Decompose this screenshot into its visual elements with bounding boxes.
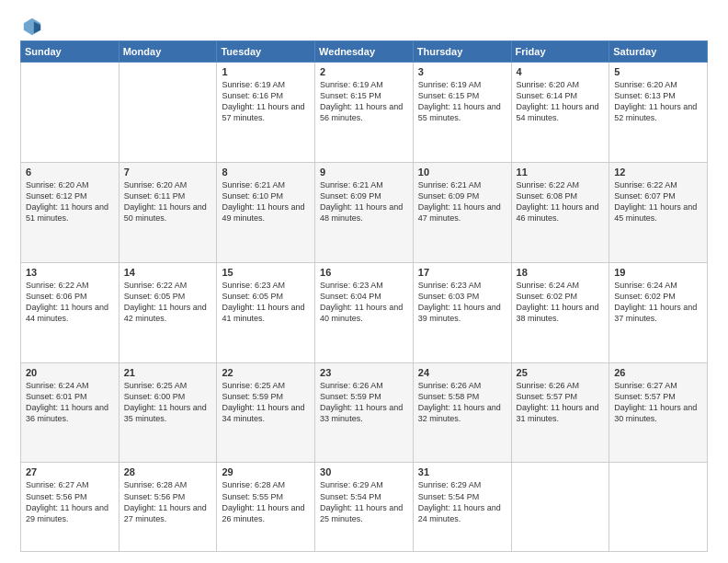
day-number: 28 (124, 466, 212, 477)
day-cell (609, 463, 708, 552)
day-number: 14 (124, 267, 212, 278)
day-info: Sunrise: 6:23 AM Sunset: 6:03 PM Dayligh… (418, 280, 506, 325)
day-number: 20 (26, 367, 114, 378)
day-info: Sunrise: 6:19 AM Sunset: 6:15 PM Dayligh… (320, 79, 408, 124)
day-info: Sunrise: 6:25 AM Sunset: 5:59 PM Dayligh… (222, 380, 310, 425)
day-number: 21 (124, 367, 212, 378)
day-number: 23 (320, 367, 408, 378)
weekday-sunday: Sunday (21, 41, 119, 63)
day-cell: 16Sunrise: 6:23 AM Sunset: 6:04 PM Dayli… (315, 262, 414, 362)
weekday-saturday: Saturday (609, 41, 708, 63)
day-info: Sunrise: 6:22 AM Sunset: 6:08 PM Dayligh… (517, 179, 605, 224)
day-number: 10 (418, 167, 506, 178)
day-cell: 15Sunrise: 6:23 AM Sunset: 6:05 PM Dayli… (217, 262, 315, 362)
day-number: 24 (418, 367, 506, 378)
day-number: 5 (614, 66, 702, 77)
calendar: SundayMondayTuesdayWednesdayThursdayFrid… (20, 40, 708, 552)
day-info: Sunrise: 6:22 AM Sunset: 6:06 PM Dayligh… (26, 280, 114, 325)
page: SundayMondayTuesdayWednesdayThursdayFrid… (0, 0, 728, 563)
day-number: 16 (320, 267, 408, 278)
day-cell: 13Sunrise: 6:22 AM Sunset: 6:06 PM Dayli… (21, 262, 119, 362)
day-number: 25 (517, 367, 605, 378)
weekday-thursday: Thursday (413, 41, 511, 63)
day-cell: 8Sunrise: 6:21 AM Sunset: 6:10 PM Daylig… (217, 162, 315, 262)
week-row-3: 13Sunrise: 6:22 AM Sunset: 6:06 PM Dayli… (21, 262, 708, 362)
day-info: Sunrise: 6:26 AM Sunset: 5:57 PM Dayligh… (517, 380, 605, 425)
day-cell (21, 63, 119, 163)
week-row-4: 20Sunrise: 6:24 AM Sunset: 6:01 PM Dayli… (21, 362, 708, 463)
day-number: 7 (124, 167, 212, 178)
logo (20, 17, 42, 33)
day-cell: 10Sunrise: 6:21 AM Sunset: 6:09 PM Dayli… (413, 162, 511, 262)
weekday-friday: Friday (511, 41, 609, 63)
week-row-5: 27Sunrise: 6:27 AM Sunset: 5:56 PM Dayli… (21, 463, 708, 552)
day-info: Sunrise: 6:26 AM Sunset: 5:59 PM Dayligh… (320, 380, 408, 425)
day-number: 17 (418, 267, 506, 278)
day-cell: 21Sunrise: 6:25 AM Sunset: 6:00 PM Dayli… (119, 362, 217, 463)
day-cell: 26Sunrise: 6:27 AM Sunset: 5:57 PM Dayli… (609, 362, 708, 463)
day-info: Sunrise: 6:29 AM Sunset: 5:54 PM Dayligh… (320, 479, 408, 524)
day-number: 1 (222, 66, 310, 77)
day-info: Sunrise: 6:22 AM Sunset: 6:07 PM Dayligh… (614, 179, 702, 224)
day-number: 30 (320, 466, 408, 477)
day-cell (511, 463, 609, 552)
day-cell: 12Sunrise: 6:22 AM Sunset: 6:07 PM Dayli… (609, 162, 708, 262)
day-info: Sunrise: 6:20 AM Sunset: 6:12 PM Dayligh… (26, 179, 114, 224)
day-info: Sunrise: 6:27 AM Sunset: 5:57 PM Dayligh… (614, 380, 702, 425)
weekday-wednesday: Wednesday (315, 41, 414, 63)
day-number: 8 (222, 167, 310, 178)
day-info: Sunrise: 6:20 AM Sunset: 6:11 PM Dayligh… (124, 179, 212, 224)
day-cell: 11Sunrise: 6:22 AM Sunset: 6:08 PM Dayli… (511, 162, 609, 262)
day-cell: 7Sunrise: 6:20 AM Sunset: 6:11 PM Daylig… (119, 162, 217, 262)
day-info: Sunrise: 6:23 AM Sunset: 6:05 PM Dayligh… (222, 280, 310, 325)
weekday-header-row: SundayMondayTuesdayWednesdayThursdayFrid… (21, 41, 708, 63)
day-cell: 17Sunrise: 6:23 AM Sunset: 6:03 PM Dayli… (413, 262, 511, 362)
day-cell: 31Sunrise: 6:29 AM Sunset: 5:54 PM Dayli… (413, 463, 511, 552)
day-info: Sunrise: 6:22 AM Sunset: 6:05 PM Dayligh… (124, 280, 212, 325)
day-number: 27 (26, 466, 114, 477)
day-info: Sunrise: 6:21 AM Sunset: 6:09 PM Dayligh… (418, 179, 506, 224)
day-cell: 4Sunrise: 6:20 AM Sunset: 6:14 PM Daylig… (511, 63, 609, 163)
day-info: Sunrise: 6:23 AM Sunset: 6:04 PM Dayligh… (320, 280, 408, 325)
day-info: Sunrise: 6:27 AM Sunset: 5:56 PM Dayligh… (26, 479, 114, 524)
day-number: 29 (222, 466, 310, 477)
day-info: Sunrise: 6:19 AM Sunset: 6:16 PM Dayligh… (222, 79, 310, 124)
day-info: Sunrise: 6:24 AM Sunset: 6:01 PM Dayligh… (26, 380, 114, 425)
day-cell: 23Sunrise: 6:26 AM Sunset: 5:59 PM Dayli… (315, 362, 414, 463)
day-info: Sunrise: 6:24 AM Sunset: 6:02 PM Dayligh… (614, 280, 702, 325)
day-cell: 19Sunrise: 6:24 AM Sunset: 6:02 PM Dayli… (609, 262, 708, 362)
day-number: 12 (614, 167, 702, 178)
day-info: Sunrise: 6:21 AM Sunset: 6:10 PM Dayligh… (222, 179, 310, 224)
header (20, 17, 708, 33)
day-number: 18 (517, 267, 605, 278)
day-cell: 24Sunrise: 6:26 AM Sunset: 5:58 PM Dayli… (413, 362, 511, 463)
day-cell: 9Sunrise: 6:21 AM Sunset: 6:09 PM Daylig… (315, 162, 414, 262)
day-cell: 1Sunrise: 6:19 AM Sunset: 6:16 PM Daylig… (217, 63, 315, 163)
day-info: Sunrise: 6:26 AM Sunset: 5:58 PM Dayligh… (418, 380, 506, 425)
day-cell: 18Sunrise: 6:24 AM Sunset: 6:02 PM Dayli… (511, 262, 609, 362)
day-number: 22 (222, 367, 310, 378)
day-info: Sunrise: 6:25 AM Sunset: 6:00 PM Dayligh… (124, 380, 212, 425)
day-number: 6 (26, 167, 114, 178)
day-number: 26 (614, 367, 702, 378)
day-cell: 20Sunrise: 6:24 AM Sunset: 6:01 PM Dayli… (21, 362, 119, 463)
day-cell: 27Sunrise: 6:27 AM Sunset: 5:56 PM Dayli… (21, 463, 119, 552)
day-number: 15 (222, 267, 310, 278)
day-cell (119, 63, 217, 163)
day-cell: 5Sunrise: 6:20 AM Sunset: 6:13 PM Daylig… (609, 63, 708, 163)
day-number: 2 (320, 66, 408, 77)
week-row-2: 6Sunrise: 6:20 AM Sunset: 6:12 PM Daylig… (21, 162, 708, 262)
day-info: Sunrise: 6:28 AM Sunset: 5:55 PM Dayligh… (222, 479, 310, 524)
day-cell: 30Sunrise: 6:29 AM Sunset: 5:54 PM Dayli… (315, 463, 414, 552)
logo-icon (22, 17, 42, 37)
day-cell: 22Sunrise: 6:25 AM Sunset: 5:59 PM Dayli… (217, 362, 315, 463)
day-cell: 28Sunrise: 6:28 AM Sunset: 5:56 PM Dayli… (119, 463, 217, 552)
day-cell: 29Sunrise: 6:28 AM Sunset: 5:55 PM Dayli… (217, 463, 315, 552)
day-info: Sunrise: 6:20 AM Sunset: 6:13 PM Dayligh… (614, 79, 702, 124)
day-info: Sunrise: 6:24 AM Sunset: 6:02 PM Dayligh… (517, 280, 605, 325)
day-info: Sunrise: 6:28 AM Sunset: 5:56 PM Dayligh… (124, 479, 212, 524)
day-number: 9 (320, 167, 408, 178)
day-number: 19 (614, 267, 702, 278)
day-cell: 2Sunrise: 6:19 AM Sunset: 6:15 PM Daylig… (315, 63, 414, 163)
day-number: 13 (26, 267, 114, 278)
